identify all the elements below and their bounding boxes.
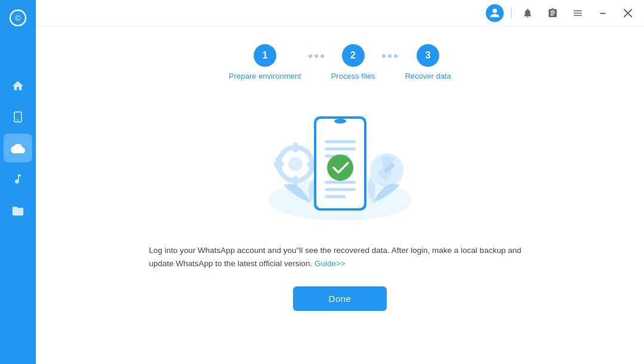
svg-text:©: © (15, 14, 21, 23)
sidebar-item-home[interactable] (4, 72, 32, 100)
sidebar-item-device[interactable] (4, 103, 32, 131)
main-content: 1 Prepare environment 2 Process files (36, 0, 644, 364)
app-logo: © (0, 0, 36, 36)
svg-rect-21 (325, 140, 356, 143)
done-button[interactable]: Done (293, 286, 387, 311)
step-3-label: Recover data (405, 72, 451, 81)
step-1-label: Prepare environment (229, 72, 301, 81)
dot (315, 54, 318, 58)
svg-rect-4 (600, 13, 606, 14)
sidebar-item-music[interactable] (4, 165, 32, 193)
step-2: 2 Process files (331, 44, 375, 81)
svg-rect-9 (293, 176, 298, 186)
dot (394, 54, 398, 58)
dot (388, 54, 392, 58)
sidebar: © (0, 0, 36, 364)
dot (321, 54, 324, 58)
step-3-circle: 3 (417, 44, 439, 67)
dot (382, 54, 386, 58)
steps-container: 1 Prepare environment 2 Process files (131, 44, 549, 81)
sidebar-item-cloud[interactable] (4, 134, 32, 162)
close-icon[interactable] (619, 4, 637, 22)
svg-point-3 (17, 119, 19, 121)
notification-icon[interactable] (519, 4, 537, 22)
titlebar (36, 0, 644, 26)
svg-rect-8 (293, 143, 298, 152)
titlebar-divider (511, 7, 511, 19)
step-3: 3 Recover data (405, 44, 451, 81)
svg-rect-26 (325, 195, 346, 198)
step-1-circle: 1 (254, 44, 276, 67)
svg-point-7 (288, 157, 303, 171)
svg-rect-24 (325, 181, 356, 184)
user-avatar-icon[interactable] (486, 4, 504, 22)
description-text: Log into your WhatsApp account and you"l… (149, 244, 531, 270)
svg-rect-22 (325, 147, 356, 150)
illustration (257, 98, 424, 230)
sidebar-nav (4, 72, 32, 364)
step-2-circle: 2 (342, 44, 365, 67)
step-dots-1 (309, 54, 324, 58)
minimize-icon[interactable] (594, 4, 612, 22)
step-2-label: Process files (331, 72, 375, 81)
dot (309, 54, 312, 58)
svg-point-27 (327, 155, 353, 181)
guide-link[interactable]: Guide>> (315, 259, 346, 268)
step-1: 1 Prepare environment (229, 44, 301, 81)
sidebar-item-folder[interactable] (4, 196, 32, 224)
content-area: 1 Prepare environment 2 Process files (36, 26, 644, 364)
svg-rect-25 (325, 188, 356, 191)
clipboard-icon[interactable] (544, 4, 562, 22)
menu-icon[interactable] (569, 4, 587, 22)
step-dots-2 (382, 54, 398, 58)
svg-point-20 (334, 119, 346, 124)
